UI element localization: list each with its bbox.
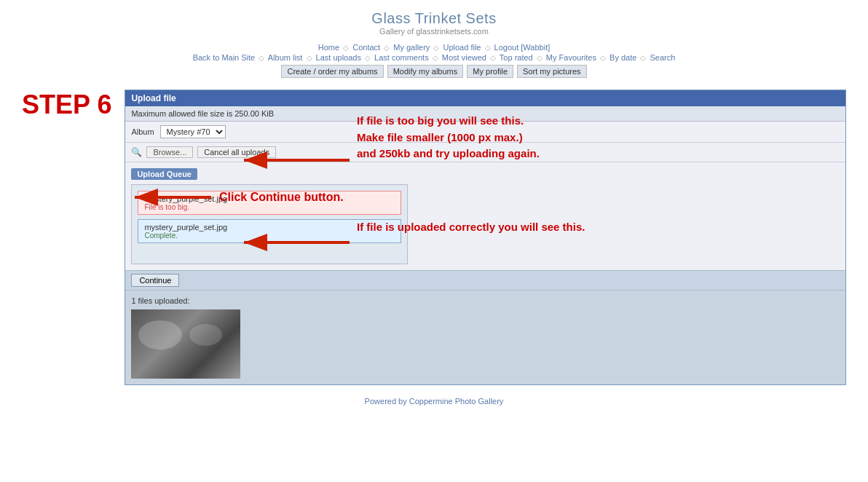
browse-icon: 🔍 <box>131 147 142 157</box>
files-uploaded-label: 1 files uploaded: <box>131 296 840 305</box>
browse-row: 🔍 Browse... Cancel all uploads <box>125 143 845 162</box>
nav-album-list[interactable]: Album list <box>268 53 303 62</box>
queue-item-error: mystery_purple_set.jpg File is too big. <box>138 191 401 215</box>
files-uploaded-section: 1 files uploaded: <box>125 291 845 384</box>
nav-last-uploads[interactable]: Last uploads <box>316 53 361 62</box>
thumbnail-image <box>131 309 240 379</box>
queue-inner: mystery_purple_set.jpg File is too big. … <box>131 184 408 264</box>
continue-bar: Continue <box>125 270 845 291</box>
site-subtitle: Gallery of glasstrinketsets.com <box>0 27 868 36</box>
nav-last-comments[interactable]: Last comments <box>374 53 429 62</box>
step-label: STEP 6 <box>22 90 125 120</box>
site-title: Glass Trinket Sets <box>0 10 868 27</box>
nav-by-date[interactable]: By date <box>609 53 636 62</box>
album-select[interactable]: Mystery #70 <box>160 125 226 138</box>
main-panel: Upload file Maximum allowed file size is… <box>125 90 846 385</box>
toolbar-profile[interactable]: My profile <box>467 65 513 78</box>
continue-button[interactable]: Continue <box>131 274 179 287</box>
toolbar: Create / order my albums Modify my album… <box>0 65 868 78</box>
nav-contact[interactable]: Contact <box>352 43 380 52</box>
bottom-nav: Back to Main Site ◇ Album list ◇ Last up… <box>0 53 868 62</box>
upload-box: Upload file Maximum allowed file size is… <box>125 90 846 385</box>
upload-queue-label: Upload Queue <box>131 168 197 180</box>
site-header: Glass Trinket Sets Gallery of glasstrink… <box>0 0 868 40</box>
top-nav: Home ◇ Contact ◇ My gallery ◇ Upload fil… <box>0 43 868 52</box>
nav-back-to-main[interactable]: Back to Main Site <box>193 53 256 62</box>
nav-logout[interactable]: Logout [Wabbit] <box>494 43 551 52</box>
error-message: File is too big. <box>144 203 395 211</box>
toolbar-create-order[interactable]: Create / order my albums <box>281 65 383 78</box>
footer: Powered by Coppermine Photo Gallery <box>0 385 868 413</box>
nav-search[interactable]: Search <box>650 53 676 62</box>
nav-most-viewed[interactable]: Most viewed <box>442 53 486 62</box>
success-message: Complete. <box>144 232 395 240</box>
toolbar-modify[interactable]: Modify my albums <box>387 65 464 78</box>
album-label: Album <box>131 127 154 136</box>
success-filename: mystery_purple_set.jpg <box>144 223 395 232</box>
browse-button[interactable]: Browse... <box>146 146 193 158</box>
toolbar-sort[interactable]: Sort my pictures <box>517 65 586 78</box>
error-filename: mystery_purple_set.jpg <box>144 194 395 203</box>
nav-my-favourites[interactable]: My Favourites <box>546 53 596 62</box>
nav-home[interactable]: Home <box>318 43 339 52</box>
nav-my-gallery[interactable]: My gallery <box>393 43 430 52</box>
album-row: Album Mystery #70 <box>125 122 845 143</box>
nav-upload-file[interactable]: Upload file <box>443 43 481 52</box>
upload-box-header: Upload file <box>125 90 845 106</box>
max-size-row: Maximum allowed file size is 250.00 KiB <box>125 106 845 122</box>
cancel-uploads-button[interactable]: Cancel all uploads <box>197 146 276 158</box>
upload-queue-section: Upload Queue mystery_purple_set.jpg File… <box>125 162 845 270</box>
queue-item-success: mystery_purple_set.jpg Complete. <box>138 219 401 243</box>
footer-link[interactable]: Powered by Coppermine Photo Gallery <box>365 397 504 406</box>
nav-top-rated[interactable]: Top rated <box>500 53 533 62</box>
